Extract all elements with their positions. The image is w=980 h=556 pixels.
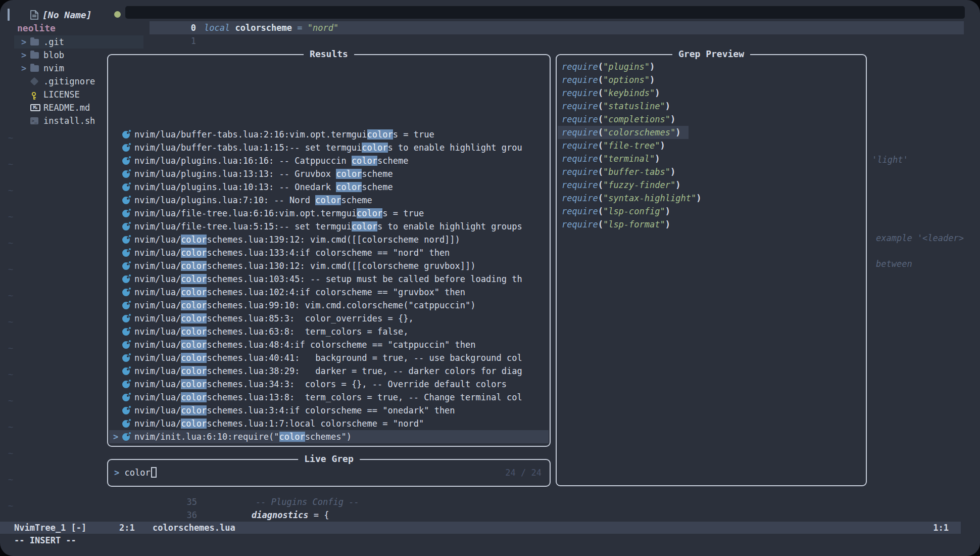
require-call: require [562, 101, 598, 111]
tilde-marker: ~ [8, 421, 18, 434]
preview-line[interactable]: require("options") [558, 73, 663, 86]
chevron-right-icon[interactable]: > [21, 35, 26, 49]
preview-line[interactable]: require("syntax-highlight") [558, 192, 709, 205]
folder-icon-shape [30, 39, 39, 45]
result-row[interactable]: nvim/lua/colorschemes.lua:130:12: vim.cm… [109, 259, 549, 272]
result-row[interactable]: nvim/lua/colorschemes.lua:48:4:if colors… [109, 338, 549, 351]
result-row[interactable]: nvim/lua/plugins.lua:16:16: -- Catppucci… [109, 154, 549, 167]
result-row-text: nvim/lua/colorschemes.lua:63:8: term_col… [134, 327, 408, 337]
git-diamond-icon [30, 77, 37, 84]
close-paren: ) [670, 167, 675, 177]
grep-preview-title: Grep Preview [672, 49, 750, 59]
preview-line[interactable]: require("terminal") [558, 152, 668, 165]
result-row[interactable]: nvim/lua/file-tree.lua:6:16:vim.opt.term… [109, 207, 549, 220]
results-counter: 24 / 24 [505, 466, 542, 479]
tilde-marker: ~ [8, 131, 18, 145]
preview-line[interactable]: require("buffer-tabs") [558, 165, 683, 178]
result-row[interactable]: nvim/lua/colorschemes.lua:3:4:if colorsc… [109, 404, 549, 417]
live-grep-input[interactable]: > color [114, 466, 157, 479]
open-paren: ( [598, 219, 603, 229]
module-string: "syntax-highlight" [603, 193, 696, 203]
tree-item-label: nvim [43, 62, 64, 75]
result-row[interactable]: nvim/lua/colorschemes.lua:85:3: color_ov… [109, 312, 549, 325]
tilde-marker: ~ [8, 342, 18, 355]
result-row[interactable]: nvim/lua/plugins.lua:10:13: -- Onedark c… [109, 180, 549, 194]
require-call: require [562, 206, 598, 216]
preview-line[interactable]: require("fuzzy-finder") [558, 178, 689, 192]
result-row-text: nvim/lua/plugins.lua:7:10: -- Nord color… [134, 195, 372, 205]
close-paren: ) [675, 127, 680, 137]
result-row[interactable]: nvim/lua/colorschemes.lua:103:45: -- set… [109, 272, 549, 286]
statusline-cursor-position: 2:1 [119, 522, 135, 534]
result-row[interactable]: nvim/lua/colorschemes.lua:13:8: term_col… [109, 391, 549, 404]
result-row[interactable]: nvim/lua/colorschemes.lua:139:12: vim.cm… [109, 233, 549, 246]
tree-item-label: README.md [43, 101, 90, 114]
lua-icon [122, 157, 130, 165]
preview-line[interactable]: require("completions") [558, 113, 683, 126]
result-row[interactable]: nvim/lua/file-tree.lua:5:15:-- set termg… [109, 220, 549, 233]
markdown-icon-shape: M↓ [30, 104, 40, 111]
lua-icon [122, 131, 130, 138]
result-row-text: nvim/lua/colorschemes.lua:102:4:if color… [134, 287, 465, 297]
tree-item-git[interactable]: >.git [0, 35, 146, 49]
preview-line[interactable]: require("file-tree") [558, 139, 673, 152]
result-row-text: nvim/lua/plugins.lua:10:13: -- Onedark c… [134, 182, 393, 192]
filetree-root-name[interactable]: neolite [17, 22, 56, 34]
result-row-text: nvim/lua/file-tree.lua:5:15:-- set termg… [134, 221, 522, 231]
tilde-marker: ~ [8, 368, 18, 381]
preview-line[interactable]: require("keybinds") [558, 86, 668, 100]
result-row[interactable]: nvim/lua/buffer-tabs.lua:2:16:vim.opt.te… [109, 128, 549, 141]
chevron-right-icon[interactable]: > [21, 62, 26, 75]
require-call: require [562, 75, 598, 85]
preview-line[interactable]: require("plugins") [558, 60, 663, 73]
lua-icon [122, 302, 130, 309]
preview-line[interactable]: require("statusline") [558, 100, 678, 113]
lua-icon [122, 315, 130, 322]
result-row-text: nvim/lua/colorschemes.lua:139:12: vim.cm… [134, 235, 460, 245]
selection-caret [113, 364, 122, 378]
editor-code-line[interactable]: local colorscheme = "nord" [204, 21, 338, 34]
result-row[interactable]: nvim/lua/colorschemes.lua:99:10: vim.cmd… [109, 299, 549, 312]
tilde-marker: ~ [8, 263, 18, 276]
prompt-caret: > [114, 468, 119, 478]
result-row[interactable]: nvim/lua/buffer-tabs.lua:1:15:-- set ter… [109, 141, 549, 154]
preview-line[interactable]: require("colorschemes") [558, 126, 689, 139]
selection-caret [113, 312, 122, 325]
module-string: "completions" [603, 114, 670, 124]
close-paren: ) [660, 141, 665, 151]
match-highlight: color [181, 287, 207, 297]
require-call: require [562, 62, 598, 72]
result-row[interactable]: nvim/lua/plugins.lua:13:13: -- Gruvbox c… [109, 167, 549, 180]
code-variable: colorscheme [235, 23, 292, 33]
lua-icon [122, 289, 130, 296]
preview-line[interactable]: require("lsp-config") [558, 205, 678, 218]
open-paren: ( [598, 193, 603, 203]
selection-caret [113, 246, 122, 259]
module-string: "buffer-tabs" [603, 167, 670, 177]
lua-icon [122, 275, 130, 283]
lua-icon [122, 183, 130, 191]
selection-caret [113, 220, 122, 233]
tilde-marker: ~ [8, 237, 18, 250]
selection-caret [113, 194, 122, 207]
match-highlight: color [279, 432, 305, 442]
result-row[interactable]: nvim/lua/colorschemes.lua:40:41: backgro… [109, 351, 549, 364]
tabline-left-bar [8, 9, 10, 21]
tab-no-name[interactable]: [No Name] [42, 10, 92, 20]
match-highlight: color [181, 313, 207, 323]
result-row-text: nvim/lua/buffer-tabs.lua:2:16:vim.opt.te… [134, 129, 434, 140]
result-row[interactable]: nvim/lua/colorschemes.lua:38:29: darker … [109, 364, 549, 378]
result-row-text: nvim/lua/colorschemes.lua:34:3: colors =… [134, 379, 507, 389]
result-row[interactable]: nvim/lua/plugins.lua:7:10: -- Nord color… [109, 194, 549, 207]
tabline-strip [125, 6, 965, 19]
result-row[interactable]: >nvim/init.lua:6:10:require("colorscheme… [109, 430, 549, 443]
chevron-right-icon[interactable]: > [21, 49, 26, 62]
result-row[interactable]: nvim/lua/colorschemes.lua:102:4:if color… [109, 286, 549, 299]
result-row[interactable]: nvim/lua/colorschemes.lua:133:4:if color… [109, 246, 549, 259]
selection-caret [113, 272, 122, 286]
open-paren: ( [598, 88, 603, 98]
result-row[interactable]: nvim/lua/colorschemes.lua:1:7:local colo… [109, 417, 549, 430]
result-row[interactable]: nvim/lua/colorschemes.lua:63:8: term_col… [109, 325, 549, 338]
result-row[interactable]: nvim/lua/colorschemes.lua:34:3: colors =… [109, 378, 549, 391]
preview-line[interactable]: require("lsp-format") [558, 218, 678, 231]
